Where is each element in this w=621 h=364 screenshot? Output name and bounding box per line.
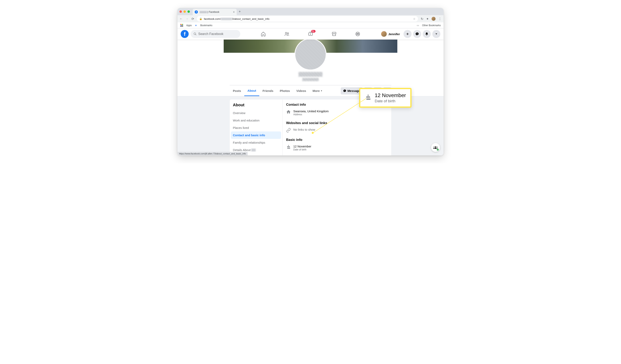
links-empty: No links to show <box>293 128 315 131</box>
browser-window: f | Facebook × + ← → ⟳ 🔒 facebook.com/3/… <box>177 8 444 156</box>
tab-bar: f | Facebook × + <box>177 8 444 15</box>
search-placeholder: Search Facebook <box>198 32 223 36</box>
profile-subtitle-redacted <box>302 78 319 81</box>
annotation-callout: 12 November Date of birth <box>359 88 412 108</box>
fab-badge: 0 <box>436 148 439 151</box>
facebook-logo[interactable]: f <box>181 30 189 38</box>
extensions-icon[interactable]: ✦ <box>426 17 429 21</box>
apps-icon[interactable] <box>180 24 183 27</box>
svg-point-3 <box>287 33 289 34</box>
cake-icon <box>286 145 291 149</box>
address-label: Address <box>293 113 329 116</box>
nav-home[interactable] <box>252 29 274 39</box>
section-links: Websites and social links No links to sh… <box>286 121 388 133</box>
cake-icon <box>365 94 372 102</box>
about-main: Contact info Swansea, United Kingdom Add… <box>282 99 391 156</box>
messenger-button[interactable] <box>413 30 421 38</box>
address-value: Swansea, United Kingdom <box>293 110 329 113</box>
tab-title: | Facebook <box>199 11 231 13</box>
profile-picture[interactable] <box>294 38 327 70</box>
back-button[interactable]: ← <box>179 17 183 21</box>
home-icon <box>286 110 291 114</box>
tab-videos[interactable]: Videos <box>293 86 309 96</box>
sidebar-item-work[interactable]: Work and education <box>231 117 281 124</box>
browser-chrome: f | Facebook × + ← → ⟳ 🔒 facebook.com/3/… <box>177 8 444 28</box>
about-card: About Overview Work and education Places… <box>230 99 391 156</box>
basic-heading: Basic info <box>286 138 388 142</box>
status-bar: https://www.facebook.com/jill.allen.73/a… <box>177 152 248 156</box>
window-controls <box>179 10 190 13</box>
create-button[interactable] <box>404 30 412 38</box>
toolbar-right: ↻ ✦ ⋮ <box>421 17 442 21</box>
profile-name-redacted <box>298 72 323 77</box>
update-icon[interactable]: ↻ <box>421 17 423 21</box>
sidebar-item-overview[interactable]: Overview <box>231 109 281 117</box>
sidebar-item-contact[interactable]: Contact and basic info <box>231 131 281 139</box>
messenger-icon <box>343 89 346 93</box>
header-right: Jennifer <box>379 30 440 38</box>
sidebar-title: About <box>231 103 281 109</box>
folder-icon: ▭ <box>417 24 419 27</box>
avatar <box>381 31 387 37</box>
tab-friends[interactable]: Friends <box>259 86 276 96</box>
dob-value: 12 November <box>293 145 311 148</box>
address-bar[interactable]: 🔒 facebook.com/3/about_contact_and_basic… <box>197 16 418 22</box>
new-tab-button[interactable]: + <box>239 10 241 14</box>
account-menu[interactable] <box>432 30 440 38</box>
tab-photos[interactable]: Photos <box>276 86 293 96</box>
new-message-fab[interactable]: 0 <box>431 143 440 152</box>
svg-point-0 <box>194 33 196 34</box>
watch-badge: 9+ <box>311 30 315 32</box>
svg-point-7 <box>358 33 359 34</box>
search-input[interactable]: Search Facebook <box>191 30 240 38</box>
browser-tab[interactable]: f | Facebook × <box>193 9 237 15</box>
address-bar-row: ← → ⟳ 🔒 facebook.com/3/about_contact_and… <box>177 15 444 22</box>
url-text: facebook.com/3/about_contact_and_basic_i… <box>204 17 270 20</box>
other-bookmarks[interactable]: Other Bookmarks <box>422 24 441 27</box>
annotation-dot <box>312 132 314 134</box>
user-name: Jennifer <box>388 32 400 36</box>
nav-center: 9+ <box>252 29 369 39</box>
nav-groups[interactable] <box>347 29 369 39</box>
svg-point-6 <box>357 33 358 34</box>
bookmark-star-icon[interactable]: ☆ <box>413 17 415 20</box>
sidebar-item-family[interactable]: Family and relationships <box>231 139 281 146</box>
menu-icon[interactable]: ⋮ <box>438 17 442 21</box>
address-row: Swansea, United Kingdom Address <box>286 110 388 116</box>
bookmarks-bar: Apps ★ Bookmarks ▭ Other Bookmarks <box>177 22 444 28</box>
close-window[interactable] <box>179 10 182 13</box>
bookmarks-label[interactable]: Bookmarks <box>200 24 212 27</box>
facebook-header: f Search Facebook 9+ Jennifer <box>177 28 444 40</box>
forward-button[interactable]: → <box>186 17 189 21</box>
about-sidebar: About Overview Work and education Places… <box>230 99 282 156</box>
links-heading: Websites and social links <box>286 121 388 125</box>
svg-line-1 <box>195 34 196 35</box>
favicon-facebook-icon: f <box>195 10 198 14</box>
svg-point-5 <box>356 32 360 36</box>
callout-title: 12 November <box>375 92 406 98</box>
dob-row: 12 November Date of birth <box>286 145 388 151</box>
minimize-window[interactable] <box>183 10 186 13</box>
chevron-down-icon: ▼ <box>321 90 323 92</box>
svg-point-2 <box>285 32 287 34</box>
close-tab-icon[interactable]: × <box>233 10 235 14</box>
sidebar-item-places[interactable]: Places lived <box>231 124 281 131</box>
tab-about[interactable]: About <box>244 86 259 96</box>
links-row: No links to show <box>286 128 388 133</box>
callout-subtitle: Date of birth <box>375 99 406 103</box>
maximize-window[interactable] <box>188 10 190 13</box>
nav-friends[interactable] <box>276 29 298 39</box>
cover-photo[interactable] <box>224 40 397 53</box>
user-chip[interactable]: Jennifer <box>379 30 402 38</box>
nav-watch[interactable]: 9+ <box>299 29 322 39</box>
notifications-button[interactable] <box>423 30 431 38</box>
tab-posts[interactable]: Posts <box>230 86 244 96</box>
profile-avatar-small[interactable] <box>431 17 435 21</box>
reload-button[interactable]: ⟳ <box>191 17 194 21</box>
star-icon: ★ <box>195 24 197 27</box>
apps-label[interactable]: Apps <box>186 24 192 27</box>
page-content: f Search Facebook 9+ Jennifer <box>177 28 444 156</box>
tab-more[interactable]: More▼ <box>309 86 326 96</box>
dob-label: Date of birth <box>293 148 311 151</box>
nav-marketplace[interactable] <box>323 29 345 39</box>
